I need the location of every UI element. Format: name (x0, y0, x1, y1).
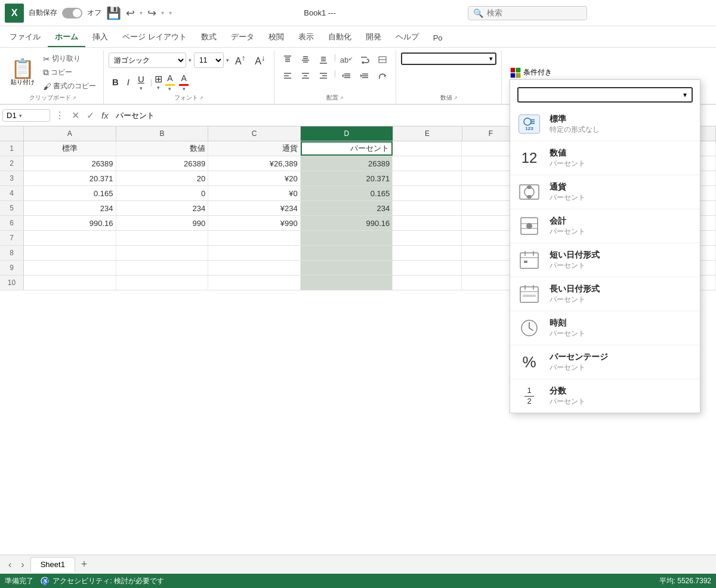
cell-a6[interactable]: 990.16 (24, 216, 116, 230)
cell-d2[interactable]: 26389 (301, 156, 393, 171)
cell-d6[interactable]: 990.16 (301, 216, 393, 230)
cell-c3[interactable]: ¥20 (208, 171, 301, 185)
cell-ref-expand[interactable]: ▾ (19, 113, 22, 119)
fill-color-button[interactable]: A (163, 72, 176, 84)
tab-insert[interactable]: 挿入 (85, 28, 115, 47)
sheet-tab-sheet1[interactable]: Sheet1 (30, 557, 75, 572)
align-top-button[interactable] (279, 52, 296, 67)
font-name-select[interactable]: 游ゴシック (109, 52, 186, 68)
format-item-number[interactable]: 12 数値 パーセント (510, 141, 700, 175)
cell-a4[interactable]: 0.165 (24, 186, 116, 200)
cell-a9[interactable] (24, 261, 116, 275)
format-item-currency[interactable]: 通貨 パーセント (510, 175, 700, 209)
cell-e1[interactable] (393, 141, 462, 156)
tab-view[interactable]: 表示 (291, 28, 321, 47)
save-button[interactable]: 💾 (106, 6, 121, 20)
cell-d9[interactable] (301, 261, 393, 275)
number-expand-icon[interactable]: ↗ (453, 95, 458, 101)
clipboard-expand-icon[interactable]: ↗ (72, 95, 76, 101)
cell-c2[interactable]: ¥26,389 (208, 156, 301, 171)
context-menu-icon[interactable]: ⋮ (53, 110, 67, 121)
font-expand-icon[interactable]: ↗ (199, 95, 203, 101)
tab-help[interactable]: ヘルプ (388, 28, 426, 47)
cell-d10[interactable] (301, 276, 393, 290)
decrease-indent-button[interactable] (338, 69, 355, 83)
tab-automate[interactable]: 自動化 (321, 28, 359, 47)
format-item-percentage[interactable]: % パーセンテージ パーセント (510, 345, 700, 379)
more-commands[interactable]: ▾ (169, 10, 172, 16)
border-dropdown[interactable]: ▾ (157, 85, 160, 91)
cell-b6[interactable]: 990 (116, 216, 209, 230)
cut-button[interactable]: ✂ 切り取り (41, 52, 98, 65)
number-format-dropdown[interactable]: ▾ (401, 52, 496, 65)
autosave-toggle[interactable] (62, 8, 82, 18)
cell-d4[interactable]: 0.165 (301, 186, 393, 200)
cell-c8[interactable] (208, 246, 301, 260)
cell-a7[interactable] (24, 231, 116, 245)
cell-a8[interactable] (24, 246, 116, 260)
cell-b5[interactable]: 234 (116, 201, 209, 215)
font-grow-button[interactable]: A↑ (232, 52, 249, 68)
wrap-text-button[interactable] (356, 52, 373, 67)
format-painter-button[interactable]: 🖌 書式のコピー (41, 80, 98, 92)
cell-e10[interactable] (393, 276, 462, 290)
tab-file[interactable]: ファイル (2, 28, 48, 47)
col-header-a[interactable]: A (24, 126, 116, 141)
cell-b3[interactable]: 20 (116, 171, 209, 185)
copy-button[interactable]: ⧉ コピー (41, 66, 98, 79)
undo-button[interactable]: ↩ (126, 7, 135, 20)
align-bottom-button[interactable] (315, 52, 332, 67)
font-color-dropdown[interactable]: ▾ (183, 86, 186, 92)
cell-a2[interactable]: 26389 (24, 156, 116, 171)
cell-b9[interactable] (116, 261, 209, 275)
cell-c6[interactable]: ¥990 (208, 216, 301, 230)
conditional-format-button[interactable]: 条件付き (507, 65, 555, 81)
format-item-short-date[interactable]: 短い日付形式 パーセント (510, 243, 700, 277)
font-shrink-button[interactable]: A↓ (251, 52, 268, 68)
align-left-button[interactable] (279, 69, 296, 83)
format-item-fraction[interactable]: 1 2 分数 パーセント (510, 379, 700, 413)
alignment-expand-icon[interactable]: ↗ (340, 95, 344, 101)
align-middle-button[interactable] (297, 52, 314, 67)
underline-dropdown[interactable]: ▾ (140, 85, 143, 91)
border-button[interactable]: ⊞ (155, 73, 162, 85)
tab-review[interactable]: 校閲 (261, 28, 291, 47)
cell-d1[interactable]: パーセント (301, 141, 393, 156)
cell-c5[interactable]: ¥234 (208, 201, 301, 215)
add-sheet-button[interactable]: + (78, 557, 91, 572)
cell-a10[interactable] (24, 276, 116, 290)
cell-e6[interactable] (393, 216, 462, 230)
tab-developer[interactable]: 開発 (359, 28, 388, 47)
cell-c7[interactable] (208, 231, 301, 245)
italic-button[interactable]: I (124, 76, 133, 88)
col-header-e[interactable]: E (393, 126, 462, 141)
cell-b8[interactable] (116, 246, 209, 260)
cell-c10[interactable] (208, 276, 301, 290)
cell-e9[interactable] (393, 261, 462, 275)
cell-e8[interactable] (393, 246, 462, 260)
format-dropdown-box[interactable]: ▾ (517, 87, 693, 103)
format-item-standard[interactable]: 123 標準 特定の形式なし (510, 107, 700, 141)
format-item-accounting[interactable]: 会計 パーセント (510, 209, 700, 243)
col-header-b[interactable]: B (116, 126, 209, 141)
cell-e3[interactable] (393, 171, 462, 185)
cell-d3[interactable]: 20.371 (301, 171, 393, 185)
cell-c4[interactable]: ¥0 (208, 186, 301, 200)
format-item-time[interactable]: 時刻 パーセント (510, 311, 700, 345)
cell-b1[interactable]: 数値 (116, 141, 209, 156)
tab-formulas[interactable]: 数式 (194, 28, 224, 47)
text-direction-button[interactable]: ab↙ (338, 52, 355, 67)
exchange-icon-button[interactable] (374, 69, 391, 83)
align-center-button[interactable] (297, 69, 314, 83)
search-input[interactable] (487, 8, 558, 17)
cell-b10[interactable] (116, 276, 209, 290)
bold-button[interactable]: B (109, 76, 122, 88)
cell-b7[interactable] (116, 231, 209, 245)
col-header-c[interactable]: C (208, 126, 301, 141)
cell-b2[interactable]: 26389 (116, 156, 209, 171)
fill-dropdown[interactable]: ▾ (168, 86, 171, 92)
sheet-next-button[interactable]: › (17, 558, 27, 571)
cell-e5[interactable] (393, 201, 462, 215)
cell-c9[interactable] (208, 261, 301, 275)
format-item-long-date[interactable]: 長い日付形式 パーセント (510, 277, 700, 311)
